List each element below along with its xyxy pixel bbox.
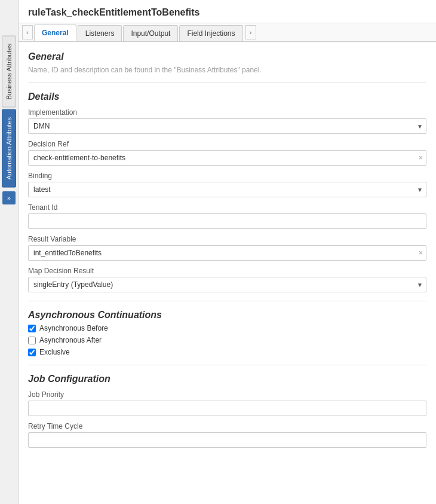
result-variable-wrapper: ×: [28, 245, 426, 261]
divider-2: [28, 301, 426, 301]
async-after-row: Asynchronous After: [28, 336, 426, 344]
job-priority-input[interactable]: [28, 401, 426, 416]
left-sidebar: Business Attributes Automation Attribute…: [0, 0, 18, 504]
sidebar-tab-automation-attributes[interactable]: Automation Attributes: [2, 109, 16, 188]
sidebar-tab-business-attributes[interactable]: Business Attributes: [2, 36, 16, 108]
map-decision-result-select[interactable]: singleEntry (TypedValue): [28, 277, 426, 292]
async-section-title: Asynchronous Continuations: [28, 310, 426, 320]
binding-select[interactable]: latest: [28, 182, 426, 197]
async-before-label: Asynchronous Before: [39, 324, 108, 332]
map-decision-result-label: Map Decision Result: [28, 267, 426, 275]
decision-ref-label: Decision Ref: [28, 140, 426, 148]
general-section-title: General: [28, 51, 426, 62]
async-before-row: Asynchronous Before: [28, 324, 426, 332]
exclusive-checkbox[interactable]: [28, 349, 36, 356]
binding-select-wrapper: latest ▼: [28, 182, 426, 197]
general-section-desc: Name, ID and description can be found in…: [28, 66, 426, 74]
tab-scroll-left-button[interactable]: ‹: [22, 25, 33, 39]
async-after-label: Asynchronous After: [39, 336, 102, 344]
decision-ref-wrapper: ×: [28, 150, 426, 166]
job-priority-label: Job Priority: [28, 390, 426, 399]
tab-input-output[interactable]: Input/Output: [123, 25, 178, 41]
result-variable-label: Result Variable: [28, 235, 426, 243]
tabs-row: ‹ General Listeners Input/Output Field I…: [19, 23, 436, 42]
tab-listeners[interactable]: Listeners: [78, 25, 122, 41]
async-after-checkbox[interactable]: [28, 337, 36, 344]
tenant-id-input[interactable]: [28, 213, 426, 229]
decision-ref-input[interactable]: [28, 150, 426, 166]
divider-1: [28, 83, 426, 83]
decision-ref-clear-button[interactable]: ×: [419, 154, 423, 161]
tab-scroll-right-button[interactable]: ›: [245, 25, 256, 39]
result-variable-clear-button[interactable]: ×: [419, 249, 423, 256]
implementation-select-wrapper: DMN ▼: [28, 118, 426, 134]
implementation-label: Implementation: [28, 108, 426, 117]
panel-title: ruleTask_checkEntitlementToBenefits: [19, 0, 436, 23]
retry-time-cycle-input[interactable]: [28, 432, 426, 448]
tab-general[interactable]: General: [34, 25, 76, 41]
main-panel: ruleTask_checkEntitlementToBenefits ‹ Ge…: [18, 0, 436, 504]
panel-body: General Name, ID and description can be …: [19, 42, 436, 504]
binding-label: Binding: [28, 172, 426, 180]
async-before-checkbox[interactable]: [28, 325, 36, 332]
implementation-select[interactable]: DMN: [28, 118, 426, 134]
tab-field-injections[interactable]: Field Injections: [179, 25, 242, 41]
exclusive-label: Exclusive: [39, 348, 70, 356]
job-section-title: Job Configuration: [28, 374, 426, 384]
details-section-title: Details: [28, 91, 426, 102]
sidebar-collapse-button[interactable]: »: [2, 191, 16, 204]
tenant-id-label: Tenant Id: [28, 203, 426, 212]
divider-3: [28, 365, 426, 365]
retry-time-cycle-label: Retry Time Cycle: [28, 422, 426, 430]
result-variable-input[interactable]: [28, 245, 426, 261]
exclusive-row: Exclusive: [28, 348, 426, 356]
map-decision-result-select-wrapper: singleEntry (TypedValue) ▼: [28, 277, 426, 292]
